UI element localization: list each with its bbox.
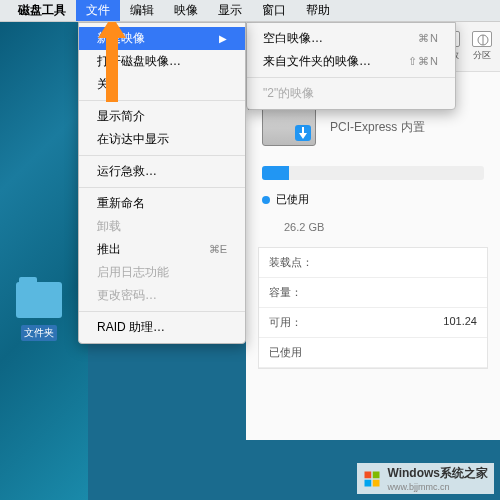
menu-unmount: 卸载 [79, 215, 245, 238]
menu-open-disk-image[interactable]: 打开磁盘映像… [79, 50, 245, 73]
menu-change-password: 更改密码… [79, 284, 245, 307]
menu-close[interactable]: 关 [79, 73, 245, 96]
shortcut-label: ⇧⌘N [408, 55, 439, 68]
menubar-app-name[interactable]: 磁盘工具 [8, 0, 76, 21]
shortcut-label: ⌘N [418, 32, 439, 45]
legend-used-value: 26.2 GB [284, 221, 324, 233]
available-value: 101.24 [325, 315, 477, 330]
info-row-capacity: 容量： [259, 278, 487, 308]
info-row-used: 已使用 [259, 338, 487, 368]
menu-separator [79, 187, 245, 188]
menu-run-first-aid[interactable]: 运行急救… [79, 160, 245, 183]
info-row-mount: 装载点： [259, 248, 487, 278]
svg-rect-6 [365, 479, 372, 486]
svg-rect-7 [373, 479, 380, 486]
folder-icon [16, 282, 62, 318]
legend-used-label: 已使用 [276, 192, 309, 207]
menu-separator [247, 77, 455, 78]
menubar-help[interactable]: 帮助 [296, 0, 340, 21]
svg-rect-5 [373, 471, 380, 478]
usage-legend: 已使用 [246, 188, 500, 221]
folder-label: 文件夹 [21, 325, 57, 341]
menu-separator [79, 100, 245, 101]
usage-fill [262, 166, 289, 180]
watermark-url: www.bjjmmc.cn [387, 482, 488, 492]
watermark-text: Windows系统之家 [387, 465, 488, 482]
menu-show-in-finder[interactable]: 在访达中显示 [79, 128, 245, 151]
desktop-folder[interactable]: 文件夹 [5, 282, 73, 341]
menu-new-image[interactable]: 新建映像 ▶ [79, 27, 245, 50]
submenu-arrow-icon: ▶ [219, 33, 227, 44]
shortcut-label: ⌘E [209, 243, 227, 256]
new-image-submenu: 空白映像… ⌘N 来自文件夹的映像… ⇧⌘N "2"的映像 [246, 22, 456, 110]
menu-new-image-label: 新建映像 [97, 30, 145, 47]
disk-info-table: 装载点： 容量： 可用： 101.24 已使用 [258, 247, 488, 369]
menubar-view[interactable]: 显示 [208, 0, 252, 21]
menu-raid-assistant[interactable]: RAID 助理… [79, 316, 245, 339]
menu-rename[interactable]: 重新命名 [79, 192, 245, 215]
info-row-available: 可用： 101.24 [259, 308, 487, 338]
menubar-window[interactable]: 窗口 [252, 0, 296, 21]
usage-bar [262, 166, 484, 180]
file-menu-dropdown: 新建映像 ▶ 打开磁盘映像… 关 显示简介 在访达中显示 运行急救… 重新命名 … [78, 22, 246, 344]
svg-rect-4 [365, 471, 372, 478]
menu-separator [79, 155, 245, 156]
menubar: 磁盘工具 文件 编辑 映像 显示 窗口 帮助 [0, 0, 500, 22]
usage-legend-value: 26.2 GB [246, 221, 500, 247]
menubar-edit[interactable]: 编辑 [120, 0, 164, 21]
menubar-image[interactable]: 映像 [164, 0, 208, 21]
legend-dot-used [262, 196, 270, 204]
menu-get-info[interactable]: 显示简介 [79, 105, 245, 128]
watermark: Windows系统之家 www.bjjmmc.cn [357, 463, 494, 494]
submenu-blank-image[interactable]: 空白映像… ⌘N [247, 27, 455, 50]
menubar-file[interactable]: 文件 [76, 0, 120, 21]
toolbar-partition-button[interactable]: 分区 [472, 31, 492, 62]
partition-icon [472, 31, 492, 47]
submenu-image-from-folder[interactable]: 来自文件夹的映像… ⇧⌘N [247, 50, 455, 73]
menu-eject[interactable]: 推出 ⌘E [79, 238, 245, 261]
windows-logo-icon [363, 470, 381, 488]
menu-separator [79, 311, 245, 312]
disk-subtitle: PCI-Express 内置 [330, 119, 425, 136]
desktop-background: 文件夹 [0, 22, 88, 500]
menu-enable-journaling: 启用日志功能 [79, 261, 245, 284]
submenu-image-from-disk: "2"的映像 [247, 82, 455, 105]
